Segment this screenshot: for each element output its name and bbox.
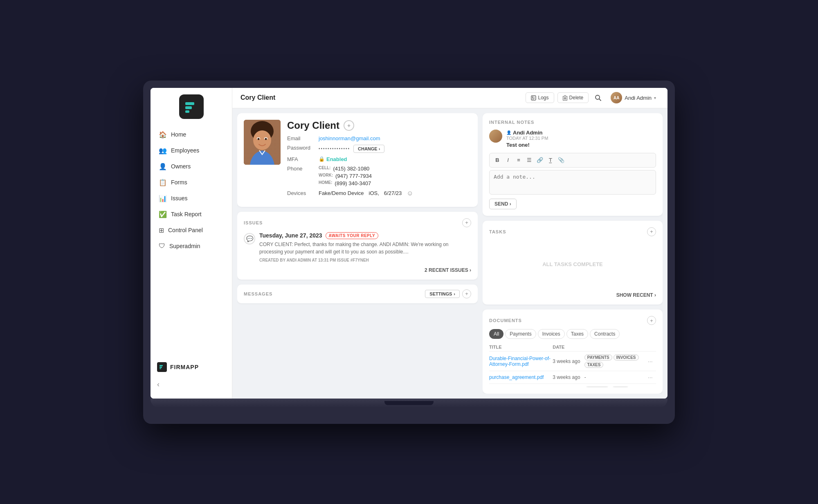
tasks-section-label: TASKS	[489, 229, 506, 234]
search-button[interactable]	[592, 92, 604, 104]
svg-rect-1	[185, 106, 192, 109]
sidebar: 🏠 Home 👥 Employees 👤 Owners 📋 Forms 📊	[151, 88, 232, 399]
awaits-badge: AWAITS YOUR REPLY	[326, 232, 379, 239]
sidebar-item-label: Control Panel	[168, 227, 203, 233]
tab-all[interactable]: All	[489, 329, 503, 339]
superadmin-icon: 🛡	[159, 242, 165, 250]
home-number: (899) 340-3407	[335, 180, 371, 186]
profile-info: Cory Client + Email joshinnorman@gmail.c…	[287, 120, 471, 200]
doc-more-button[interactable]: ···	[648, 358, 653, 365]
nav-menu: 🏠 Home 👥 Employees 👤 Owners 📋 Forms 📊	[151, 127, 232, 357]
delete-icon	[563, 95, 567, 101]
doc-tags: INVOICES TAXES PAYMENTS	[584, 387, 648, 387]
note-toolbar: B I ≡ ☰ 🔗 T̲ 📎	[489, 153, 656, 168]
sidebar-item-control-panel[interactable]: ⊞ Control Panel	[154, 223, 229, 238]
document-tabs: All Payments Invoices Taxes Contracts	[489, 329, 656, 339]
sidebar-item-employees[interactable]: 👥 Employees	[154, 143, 229, 158]
mfa-status: 🔒 Enabled	[319, 156, 347, 162]
bold-button[interactable]: B	[493, 156, 502, 165]
add-profile-button[interactable]: +	[344, 120, 354, 131]
sidebar-item-forms[interactable]: 📋 Forms	[154, 175, 229, 190]
tab-taxes[interactable]: Taxes	[566, 329, 588, 339]
tasks-card: TASKS + ALL TASKS COMPLETE SHOW RECENT ›	[483, 221, 663, 305]
note-input[interactable]	[489, 170, 656, 195]
italic-button[interactable]: I	[503, 156, 512, 165]
svg-rect-3	[160, 365, 163, 366]
link-button[interactable]: 🔗	[535, 156, 544, 165]
tab-payments[interactable]: Payments	[505, 329, 536, 339]
send-note-button[interactable]: SEND ›	[489, 199, 517, 209]
devices-label: Devices	[287, 190, 314, 196]
task-report-icon: ✅	[159, 211, 167, 218]
doc-link[interactable]: Durable-Financial-Power-of-Attorney-Form…	[489, 356, 551, 367]
tag-taxes: TAXES	[611, 387, 630, 387]
main-content: Cory Client Logs	[232, 88, 667, 399]
doc-date: 3 weeks ago	[553, 374, 584, 380]
doc-tags: -	[584, 374, 648, 380]
work-label: WORK:	[319, 173, 333, 179]
top-bar: Cory Client Logs	[232, 88, 667, 108]
note-author-avatar	[489, 130, 502, 143]
sidebar-item-owners[interactable]: 👤 Owners	[154, 159, 229, 174]
tab-contracts[interactable]: Contracts	[590, 329, 620, 339]
doc-more-button[interactable]: ···	[648, 374, 653, 381]
note-entry: 👤 Andi Admin TODAY AT 12:31 PM Test one!	[489, 130, 656, 148]
sidebar-item-superadmin[interactable]: 🛡 Superadmin	[154, 239, 229, 253]
tab-invoices[interactable]: Invoices	[538, 329, 565, 339]
work-number: (947) 777-7934	[335, 173, 372, 179]
add-document-button[interactable]: +	[647, 316, 656, 325]
sidebar-item-home[interactable]: 🏠 Home	[154, 127, 229, 142]
recent-issues-button[interactable]: 2 RECENT ISSUES ›	[244, 267, 471, 273]
cell-label: CELL:	[319, 166, 330, 172]
documents-card: DOCUMENTS + All Payments Invoices Taxes …	[483, 309, 663, 394]
attachment-button[interactable]: 📎	[557, 156, 566, 165]
brand-icon	[157, 362, 167, 372]
employees-icon: 👥	[159, 147, 167, 155]
top-bar-actions: Logs Delete	[526, 90, 659, 105]
user-avatar: AA	[611, 92, 622, 103]
sidebar-item-label: Home	[171, 131, 186, 138]
documents-table: Title Date Durable-Financial-Power-of-At…	[489, 343, 656, 387]
sidebar-item-task-report[interactable]: ✅ Task Report	[154, 207, 229, 222]
tag-payments: PAYMENTS	[584, 354, 612, 361]
delete-button[interactable]: Delete	[557, 92, 589, 103]
add-issue-button[interactable]: +	[462, 218, 471, 227]
messages-card: MESSAGES SETTINGS › +	[237, 284, 478, 303]
right-column: INTERNAL NOTES 👤 Andi Admin	[483, 113, 663, 394]
email-value[interactable]: joshinnorman@gmail.com	[319, 135, 380, 141]
issue-meta: CREATED BY ANDI ADMIN AT 13:31 PM ISSUE …	[259, 258, 471, 262]
add-task-button[interactable]: +	[647, 227, 656, 236]
device-menu-button[interactable]: ☺	[407, 190, 413, 197]
user-menu[interactable]: AA Andi Admin ▾	[607, 90, 659, 105]
messages-section-label: MESSAGES	[244, 291, 272, 296]
sidebar-item-label: Task Report	[171, 211, 202, 217]
numbered-list-button[interactable]: ☰	[525, 156, 534, 165]
note-author-icon: 👤	[506, 130, 511, 135]
documents-header: DOCUMENTS +	[489, 316, 656, 325]
doc-link[interactable]: purchase_agreement.pdf	[489, 374, 544, 380]
messages-settings-button[interactable]: SETTINGS ›	[425, 290, 460, 298]
issue-message-icon: 💬	[244, 233, 255, 244]
device-section: Fake/Demo Device iOS, 6/27/23 ☺	[319, 190, 413, 197]
svg-rect-10	[532, 99, 534, 99]
add-message-button[interactable]: +	[462, 289, 471, 298]
note-text: Test one!	[506, 142, 656, 148]
tag-invoices: INVOICES	[614, 354, 639, 361]
sidebar-item-issues[interactable]: 📊 Issues	[154, 191, 229, 206]
bullet-list-button[interactable]: ≡	[514, 156, 523, 165]
collapse-button[interactable]: ‹	[151, 377, 232, 392]
change-password-button[interactable]: CHANGE ›	[353, 145, 384, 153]
issues-header: ISSUES +	[244, 218, 471, 227]
email-label: Email	[287, 135, 314, 141]
home-icon: 🏠	[159, 131, 167, 139]
left-column: Cory Client + Email joshinnorman@gmail.c…	[237, 113, 478, 394]
logs-button[interactable]: Logs	[526, 92, 554, 103]
internal-notes-card: INTERNAL NOTES 👤 Andi Admin	[483, 113, 663, 216]
user-name: Andi Admin	[625, 95, 652, 101]
password-dots: ••••••••••••••	[319, 146, 350, 151]
clear-format-button[interactable]: T̲	[546, 156, 555, 165]
password-label: Password	[287, 145, 314, 151]
svg-line-18	[599, 99, 601, 101]
show-recent-button[interactable]: SHOW RECENT ›	[489, 289, 656, 298]
svg-point-24	[258, 138, 260, 140]
